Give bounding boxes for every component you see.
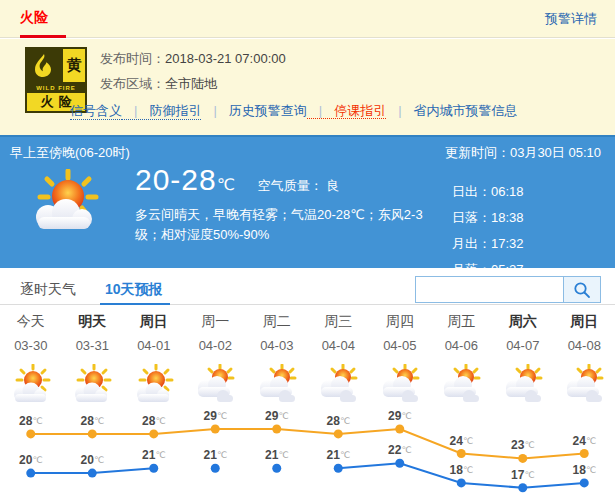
temp-point xyxy=(272,425,281,434)
day-name: 周二 xyxy=(246,313,308,331)
air-quality: 空气质量： 良 xyxy=(258,177,340,195)
temp-label: 20℃ xyxy=(19,453,42,467)
weather-icon-partly-sunny xyxy=(123,362,185,408)
sunset-value: 18:38 xyxy=(491,210,524,225)
link-province-city-warnings[interactable]: 省内城市预警信息 xyxy=(386,103,517,118)
forecast-tabs: 逐时天气 10天预报 xyxy=(0,274,615,305)
day-name: 周五 xyxy=(431,313,493,331)
temp-point xyxy=(149,429,158,438)
sun-cloud-icon xyxy=(22,169,114,237)
weather-icon-cloudy xyxy=(246,362,308,408)
temp-label: 29℃ xyxy=(265,409,288,423)
temp-point xyxy=(26,429,35,438)
temp-point xyxy=(395,459,404,468)
weather-description: 多云间晴天，早晚有轻雾；气温20-28℃；东风2-3级；相对湿度50%-90% xyxy=(135,205,435,245)
tab-hourly-weather[interactable]: 逐时天气 xyxy=(20,281,76,299)
sunrise-value: 06:18 xyxy=(491,184,524,199)
current-weather-panel: 早上至傍晚(06-20时) 更新时间：03月30日 05:10 xyxy=(0,135,615,268)
day-date: 03-31 xyxy=(62,338,124,353)
day-date: 03-30 xyxy=(0,338,62,353)
air-quality-label: 空气质量： xyxy=(258,178,323,193)
day-name: 周六 xyxy=(492,313,554,331)
temp-label: 22℃ xyxy=(388,443,411,457)
link-school-closure-guide[interactable]: 停课指引 xyxy=(307,103,386,119)
tab-active-underline xyxy=(20,35,66,38)
temp-label: 24℃ xyxy=(450,434,473,448)
weather-icon-cloudy xyxy=(554,362,615,408)
link-history-query[interactable]: 历史预警查询 xyxy=(201,103,306,118)
moonrise-label: 月出： xyxy=(452,236,491,251)
temp-point xyxy=(580,478,589,487)
day-date: 04-05 xyxy=(369,338,431,353)
temp-label: 29℃ xyxy=(204,409,227,423)
tab-ten-day-forecast[interactable]: 10天预报 xyxy=(105,281,163,299)
day-date: 04-07 xyxy=(492,338,554,353)
weather-icon-cloudy xyxy=(369,362,431,408)
temp-point xyxy=(211,425,220,434)
temp-point xyxy=(580,449,589,458)
day-date: 04-01 xyxy=(123,338,185,353)
temp-point xyxy=(88,429,97,438)
temp-point xyxy=(518,454,527,463)
temp-label: 18℃ xyxy=(573,463,596,477)
temp-point xyxy=(149,464,158,473)
publish-area-value: 全市陆地 xyxy=(165,76,217,91)
day-date: 04-08 xyxy=(554,338,615,353)
temp-label: 21℃ xyxy=(204,448,227,462)
publish-time-label: 发布时间： xyxy=(100,51,165,66)
current-weather-main: 20-28℃ 空气质量： 良 多云间晴天，早晚有轻雾；气温20-28℃；东风2-… xyxy=(135,163,435,245)
day-name: 周四 xyxy=(369,313,431,331)
temp-point xyxy=(457,449,466,458)
update-time-label: 更新时间： xyxy=(445,145,510,160)
temp-label: 28℃ xyxy=(19,414,42,428)
temp-label: 29℃ xyxy=(388,409,411,423)
weather-icon-cloudy xyxy=(308,362,370,408)
temp-point xyxy=(334,429,343,438)
search-input[interactable] xyxy=(415,276,563,303)
temp-label: 21℃ xyxy=(142,448,165,462)
day-name-row: 今天明天周日周一周二周三周四周五周六周日 xyxy=(0,313,615,331)
weather-warning-page: 火险 预警详情 黄 WILD FIRE 火险 发布时间：2018-03-21 0… xyxy=(0,0,615,501)
warning-links: 信号含义防御指引历史预警查询停课指引省内城市预警信息 xyxy=(70,102,518,120)
temperature-range: 20-28℃ xyxy=(135,163,236,197)
day-name: 周日 xyxy=(554,313,615,331)
update-time-value: 03月30日 05:10 xyxy=(510,145,601,160)
search-box xyxy=(415,276,601,303)
link-signal-meaning[interactable]: 信号含义 xyxy=(70,103,122,120)
forecast-period: 早上至傍晚(06-20时) xyxy=(10,144,130,162)
search-button[interactable] xyxy=(563,276,601,303)
day-date: 04-03 xyxy=(246,338,308,353)
search-icon xyxy=(573,281,591,299)
temp-label: 18℃ xyxy=(450,463,473,477)
weather-icon-cloudy xyxy=(492,362,554,408)
day-date-row: 03-3003-3104-0104-0204-0304-0404-0504-06… xyxy=(0,338,615,353)
tab-ten-day-underline xyxy=(100,303,170,305)
air-quality-value: 良 xyxy=(326,178,339,193)
weather-icon-partly-sunny xyxy=(62,362,124,408)
temp-label: 24℃ xyxy=(573,434,596,448)
day-name: 今天 xyxy=(0,313,62,331)
update-time: 更新时间：03月30日 05:10 xyxy=(445,144,601,162)
warning-block: 黄 WILD FIRE 火险 发布时间：2018-03-21 07:00:00 … xyxy=(0,39,615,135)
day-name: 周三 xyxy=(308,313,370,331)
tab-fire-risk[interactable]: 火险 xyxy=(20,9,48,27)
weather-icon-cloudy xyxy=(185,362,247,408)
badge-band-text: WILD FIRE xyxy=(27,82,85,93)
day-name: 周日 xyxy=(123,313,185,331)
badge-level-text: 黄 xyxy=(61,49,85,82)
flame-icon xyxy=(27,49,61,82)
weather-icon-cloudy xyxy=(431,362,493,408)
temp-label: 20℃ xyxy=(81,453,104,467)
temp-label: 28℃ xyxy=(327,414,350,428)
publish-time-row: 发布时间：2018-03-21 07:00:00 xyxy=(100,50,286,68)
day-date: 04-06 xyxy=(431,338,493,353)
weather-icon-partly-sunny xyxy=(0,362,62,408)
moonrise-value: 17:32 xyxy=(491,236,524,251)
link-defense-guide[interactable]: 防御指引 xyxy=(122,103,201,120)
day-icon-row xyxy=(0,362,615,408)
publish-area-label: 发布区域： xyxy=(100,76,165,91)
temp-point xyxy=(518,483,527,492)
temp-label: 21℃ xyxy=(327,448,350,462)
warning-detail-link[interactable]: 预警详情 xyxy=(545,10,597,28)
temp-label: 28℃ xyxy=(81,414,104,428)
